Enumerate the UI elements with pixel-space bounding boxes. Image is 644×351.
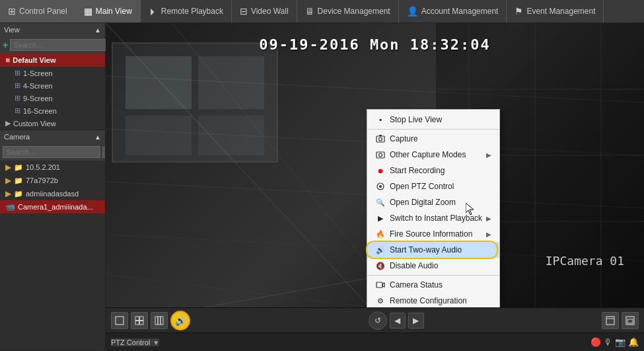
sidebar-item-cam-admin[interactable]: ▶ 📁 admiinadasdasd bbox=[0, 187, 105, 200]
svg-rect-24 bbox=[379, 135, 382, 136]
next-icon: ▶ bbox=[413, 316, 419, 325]
cm-start-recording[interactable]: ⏺ Start Recording bbox=[367, 163, 499, 178]
nav-main-view[interactable]: ▦ Main View bbox=[76, 0, 141, 22]
layout-btn-3[interactable] bbox=[151, 312, 168, 329]
nav-next[interactable]: ▶ bbox=[408, 313, 424, 329]
svg-rect-38 bbox=[158, 317, 161, 325]
svg-rect-34 bbox=[140, 317, 144, 321]
svg-rect-11 bbox=[125, 116, 192, 155]
sidebar-item-16screen[interactable]: ⊞ 16-Screen bbox=[0, 104, 105, 117]
fire-source-arrow: ▶ bbox=[486, 231, 491, 238]
folder2-img: 📁 bbox=[14, 176, 23, 185]
main-layout: View ▲ + 🔍 ■ Default View ⊞ 1-Screen ⊞ 4… bbox=[0, 23, 644, 351]
view-section-arrow: ▲ bbox=[94, 26, 101, 34]
svg-rect-33 bbox=[135, 317, 139, 321]
refresh-icon: ↺ bbox=[375, 316, 381, 325]
disable-audio-icon: 🔇 bbox=[375, 260, 386, 271]
cm-camera-status[interactable]: Camera Status bbox=[367, 277, 499, 293]
folder3-img: 📁 bbox=[14, 190, 23, 198]
content-area: 09-19-2016 Mon 18:32:04 IPCamera 01 ▪ St… bbox=[106, 23, 644, 351]
sidebar-item-cam-10[interactable]: ▶ 📁 10.5.2.201 bbox=[0, 161, 105, 174]
ptz-control-label: PTZ Control ▼ bbox=[111, 338, 159, 346]
cm-fire-source[interactable]: 🔥 Fire Source Information ▶ bbox=[367, 226, 499, 242]
nav-remote-playback[interactable]: ⏵ Remote Playback bbox=[141, 0, 232, 22]
nav-refresh[interactable]: ↺ bbox=[369, 311, 387, 330]
screen16-icon: ⊞ bbox=[15, 106, 20, 115]
sidebar-item-cam-selected[interactable]: 📹 Camera1_admiiinada... bbox=[0, 200, 105, 214]
svg-rect-35 bbox=[135, 321, 139, 325]
svg-rect-12 bbox=[198, 116, 264, 155]
instant-playback-icon: ▶ bbox=[375, 213, 386, 223]
cm-open-ptz[interactable]: Open PTZ Control bbox=[367, 178, 499, 194]
cm-disable-audio[interactable]: 🔇 Disable Audio bbox=[367, 258, 499, 274]
folder-icon: ▶ bbox=[5, 163, 11, 172]
sidebar-item-9screen[interactable]: ⊞ 9-Screen bbox=[0, 92, 105, 104]
cm-switch-instant[interactable]: ▶ Switch to Instant Playback ▶ bbox=[367, 210, 499, 226]
fire-source-icon: 🔥 bbox=[375, 229, 386, 239]
svg-rect-9 bbox=[125, 56, 192, 109]
view-section-header[interactable]: View ▲ bbox=[0, 23, 105, 36]
cm-start-twoway[interactable]: 🔊 Start Two-way Audio bbox=[367, 242, 499, 258]
status-icon-2: 🎙 bbox=[604, 337, 612, 347]
digital-zoom-icon: 🔍 bbox=[375, 197, 386, 208]
control-panel-icon: ⊞ bbox=[8, 6, 16, 17]
remote-playback-icon: ⏵ bbox=[149, 6, 158, 17]
sidebar-item-default-view[interactable]: ■ Default View bbox=[0, 54, 105, 67]
cm-separator-1 bbox=[367, 129, 499, 130]
svg-line-14 bbox=[106, 274, 370, 307]
folder3-icon: ▶ bbox=[5, 189, 11, 198]
layout-btn-1[interactable] bbox=[111, 312, 128, 329]
status-icon-3: 📷 bbox=[615, 337, 626, 347]
svg-point-26 bbox=[379, 153, 382, 157]
sidebar-item-1screen[interactable]: ⊞ 1-Screen bbox=[0, 67, 105, 79]
status-icons: 🔴 🎙 📷 🔔 bbox=[590, 337, 639, 347]
status-icon-4: 🔔 bbox=[628, 337, 639, 347]
sidebar-item-cam-77[interactable]: ▶ 📁 77a7972b bbox=[0, 174, 105, 187]
folder-img: 📁 bbox=[14, 163, 23, 172]
cm-remote-config[interactable]: ⚙ Remote Configuration bbox=[367, 293, 499, 307]
context-menu: ▪ Stop Live View Capture Other Capture M… bbox=[367, 109, 500, 307]
video-timestamp: 09-19-2016 Mon 18:32:04 bbox=[259, 36, 491, 53]
camera-search-input[interactable] bbox=[3, 146, 100, 158]
nav-video-wall[interactable]: ⊟ Video Wall bbox=[232, 0, 297, 22]
view-section: View ▲ + 🔍 ■ Default View ⊞ 1-Screen ⊞ 4… bbox=[0, 23, 105, 130]
nav-prev[interactable]: ◀ bbox=[390, 313, 406, 329]
open-ptz-icon bbox=[375, 181, 386, 192]
cm-capture[interactable]: Capture bbox=[367, 131, 499, 147]
svg-rect-39 bbox=[161, 317, 163, 325]
camera-section-header[interactable]: Camera ▲ bbox=[0, 130, 105, 143]
svg-point-23 bbox=[379, 137, 382, 141]
sidebar-item-4screen[interactable]: ⊞ 4-Screen bbox=[0, 79, 105, 92]
other-capture-arrow: ▶ bbox=[486, 151, 491, 159]
svg-rect-36 bbox=[140, 321, 144, 325]
svg-rect-37 bbox=[155, 317, 158, 325]
remote-config-icon: ⚙ bbox=[375, 295, 386, 306]
camera-label: IPCamera 01 bbox=[546, 254, 624, 268]
camera-search-button[interactable]: 🔍 bbox=[102, 147, 105, 158]
nav-event-management[interactable]: ⚑ Event Management bbox=[507, 0, 604, 22]
sidebar-item-custom-view[interactable]: ▶ Custom View bbox=[0, 117, 105, 130]
video-area[interactable]: 09-19-2016 Mon 18:32:04 IPCamera 01 ▪ St… bbox=[106, 23, 644, 307]
other-capture-icon bbox=[375, 149, 386, 160]
cm-separator-2 bbox=[367, 275, 499, 276]
audio-button[interactable]: 🔊 bbox=[170, 311, 190, 331]
svg-rect-43 bbox=[627, 319, 633, 323]
cm-stop-live[interactable]: ▪ Stop Live View bbox=[367, 112, 499, 128]
nav-account-management[interactable]: 👤 Account Management bbox=[399, 0, 507, 22]
nav-control-panel[interactable]: ⊞ Control Panel bbox=[0, 0, 76, 22]
prev-icon: ◀ bbox=[394, 316, 400, 325]
window-btn-1[interactable] bbox=[602, 312, 619, 329]
nav-device-management[interactable]: 🖥 Device Management bbox=[297, 0, 399, 22]
view-search-input[interactable] bbox=[10, 39, 108, 51]
layout-btn-2[interactable] bbox=[131, 312, 148, 329]
cm-other-capture[interactable]: Other Capture Modes ▶ bbox=[367, 147, 499, 163]
cm-open-digital[interactable]: 🔍 Open Digital Zoom bbox=[367, 194, 499, 210]
camera-search: 🔍 bbox=[0, 143, 105, 161]
top-navigation: ⊞ Control Panel ▦ Main View ⏵ Remote Pla… bbox=[0, 0, 644, 23]
main-view-icon: ▦ bbox=[84, 6, 92, 17]
window-btn-2[interactable] bbox=[622, 312, 639, 329]
svg-point-28 bbox=[379, 185, 382, 188]
svg-rect-10 bbox=[198, 56, 264, 109]
screen4-icon: ⊞ bbox=[15, 81, 20, 90]
ptz-arrow: ▼ bbox=[153, 339, 159, 346]
